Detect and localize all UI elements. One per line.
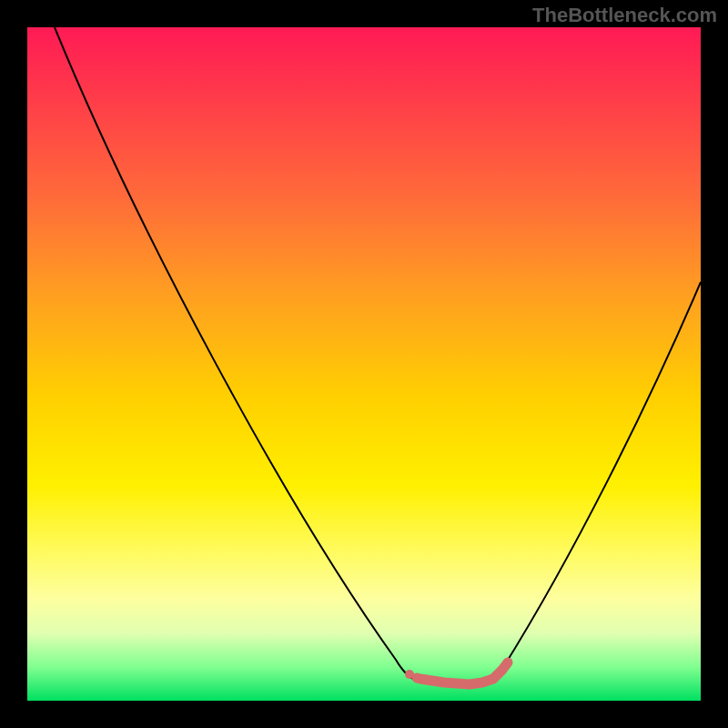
highlight-segment	[417, 662, 508, 684]
bottleneck-curve	[55, 27, 701, 685]
chart-svg	[27, 27, 701, 701]
chart-plot-area	[27, 27, 701, 701]
watermark-text: TheBottleneck.com	[532, 4, 717, 27]
highlight-dot	[405, 670, 414, 679]
